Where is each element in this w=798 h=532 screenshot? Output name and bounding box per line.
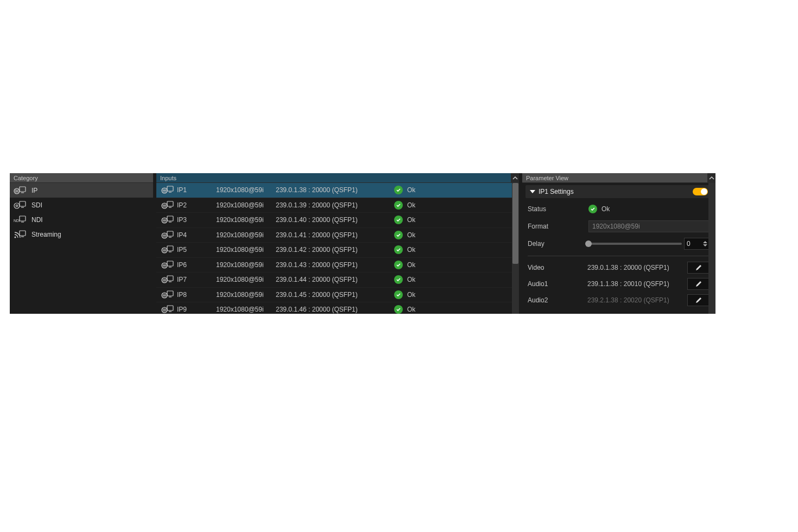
input-icon bbox=[160, 230, 175, 240]
svg-point-4 bbox=[16, 205, 17, 206]
section-toggle[interactable] bbox=[693, 188, 708, 195]
stream-edit-button[interactable] bbox=[687, 278, 710, 290]
input-status-text: Ok bbox=[407, 306, 415, 313]
input-name: IP4 bbox=[175, 231, 216, 239]
format-input[interactable]: 1920x1080@59i bbox=[588, 220, 710, 232]
input-row[interactable]: IP71920x1080@59i239.0.1.44 : 20000 (QSFP… bbox=[156, 273, 519, 288]
input-status-text: Ok bbox=[407, 261, 415, 269]
category-item-sdi[interactable]: SDI bbox=[10, 198, 153, 212]
param-scrollbar[interactable] bbox=[708, 183, 715, 314]
spinner-down-icon[interactable] bbox=[703, 244, 707, 246]
stream-label: Video bbox=[528, 264, 583, 271]
input-row[interactable]: IP81920x1080@59i239.0.1.45 : 20000 (QSFP… bbox=[156, 288, 519, 303]
inputs-scrollbar-thumb[interactable] bbox=[512, 183, 518, 264]
status-value-wrap: Ok bbox=[588, 205, 710, 213]
input-icon bbox=[160, 275, 175, 284]
ndi-icon: NDI bbox=[13, 215, 26, 225]
input-address: 239.0.1.43 : 20000 (QSFP1) bbox=[276, 261, 394, 269]
delay-slider-thumb[interactable] bbox=[585, 240, 592, 247]
category-header-title: Category bbox=[14, 175, 149, 181]
status-ok-icon bbox=[394, 216, 403, 224]
input-status-text: Ok bbox=[407, 216, 415, 224]
section-title: IP1 Settings bbox=[539, 188, 693, 195]
status-ok-icon bbox=[394, 261, 403, 269]
stream-label: Audio1 bbox=[528, 280, 583, 288]
streaming-icon bbox=[13, 230, 26, 239]
inputs-scrollbar[interactable] bbox=[512, 183, 519, 314]
stream-edit-button[interactable] bbox=[687, 262, 710, 274]
input-row[interactable]: IP41920x1080@59i239.0.1.41 : 20000 (QSFP… bbox=[156, 228, 519, 243]
input-row[interactable]: IP11920x1080@59i239.0.1.38 : 20000 (QSFP… bbox=[156, 183, 519, 198]
parameter-view-header: Parameter View bbox=[522, 173, 715, 183]
status-row: Status Ok bbox=[528, 202, 710, 216]
input-name: IP9 bbox=[175, 306, 216, 313]
input-name: IP2 bbox=[175, 201, 216, 209]
input-icon bbox=[160, 260, 175, 270]
input-row[interactable]: IP21920x1080@59i239.0.1.39 : 20000 (QSFP… bbox=[156, 198, 519, 213]
input-row[interactable]: IP91920x1080@59i239.0.1.46 : 20000 (QSFP… bbox=[156, 302, 519, 314]
category-item-ndi[interactable]: NDINDI bbox=[10, 212, 153, 227]
inputs-collapse-button[interactable] bbox=[511, 173, 519, 183]
delay-label: Delay bbox=[528, 240, 588, 248]
input-format: 1920x1080@59i bbox=[216, 306, 276, 313]
category-item-label: IP bbox=[31, 187, 37, 194]
status-ok-icon bbox=[394, 186, 403, 194]
input-status: Ok bbox=[394, 216, 415, 224]
delay-slider[interactable] bbox=[588, 243, 682, 245]
category-item-label: NDI bbox=[31, 216, 43, 224]
input-status-text: Ok bbox=[407, 276, 415, 283]
input-format: 1920x1080@59i bbox=[216, 216, 276, 224]
input-address: 239.0.1.39 : 20000 (QSFP1) bbox=[276, 201, 394, 209]
spinner-up-icon[interactable] bbox=[703, 241, 707, 243]
svg-rect-27 bbox=[167, 306, 173, 311]
category-item-label: SDI bbox=[31, 201, 42, 209]
input-status: Ok bbox=[394, 305, 415, 314]
stream-address: 239.0.1.38 : 20000 (QSFP1) bbox=[587, 264, 683, 271]
stream-address: 239.2.1.38 : 20020 (QSFP1) bbox=[587, 296, 683, 304]
parameter-collapse-button[interactable] bbox=[707, 173, 715, 183]
section-header[interactable]: IP1 Settings bbox=[525, 185, 712, 198]
status-ok-icon bbox=[394, 245, 403, 254]
delay-spinner[interactable]: 0 bbox=[684, 238, 710, 250]
input-name: IP5 bbox=[175, 246, 216, 254]
input-row[interactable]: IP31920x1080@59i239.0.1.40 : 20000 (QSFP… bbox=[156, 213, 519, 228]
status-value: Ok bbox=[601, 205, 610, 213]
input-name: IP3 bbox=[175, 216, 216, 224]
param-body: Status Ok Format 1920x1080@59i Delay bbox=[522, 200, 715, 252]
svg-rect-15 bbox=[167, 216, 173, 221]
svg-rect-17 bbox=[167, 231, 173, 236]
input-status: Ok bbox=[394, 275, 415, 284]
inputs-scroll: IP11920x1080@59i239.0.1.38 : 20000 (QSFP… bbox=[156, 183, 519, 314]
divider bbox=[528, 256, 710, 256]
input-row[interactable]: IP61920x1080@59i239.0.1.43 : 20000 (QSFP… bbox=[156, 258, 519, 273]
stream-row-audio1: Audio1239.1.1.38 : 20010 (QSFP1) bbox=[522, 276, 715, 292]
svg-rect-11 bbox=[167, 186, 173, 191]
stream-edit-button[interactable] bbox=[687, 294, 710, 306]
input-row[interactable]: IP51920x1080@59i239.0.1.42 : 20000 (QSFP… bbox=[156, 243, 519, 258]
input-address: 239.0.1.45 : 20000 (QSFP1) bbox=[276, 291, 394, 299]
svg-rect-13 bbox=[167, 201, 173, 206]
delay-value: 0 bbox=[687, 240, 691, 248]
status-ok-icon bbox=[588, 205, 597, 213]
input-address: 239.0.1.44 : 20000 (QSFP1) bbox=[276, 276, 394, 283]
input-status: Ok bbox=[394, 201, 415, 210]
input-address: 239.0.1.41 : 20000 (QSFP1) bbox=[276, 231, 394, 239]
input-status: Ok bbox=[394, 261, 415, 269]
category-item-streaming[interactable]: Streaming bbox=[10, 227, 153, 242]
svg-rect-19 bbox=[167, 246, 173, 251]
inputs-panel: Inputs IP11920x1080@59i239.0.1.38 : 2000… bbox=[156, 173, 519, 314]
input-icon bbox=[160, 185, 175, 195]
input-status-text: Ok bbox=[407, 201, 415, 209]
svg-rect-25 bbox=[167, 291, 173, 296]
stream-row-audio2: Audio2239.2.1.38 : 20020 (QSFP1) bbox=[522, 292, 715, 308]
input-address: 239.0.1.42 : 20000 (QSFP1) bbox=[276, 246, 394, 254]
globe-monitor-icon bbox=[13, 186, 26, 195]
stream-row-video: Video239.0.1.38 : 20000 (QSFP1) bbox=[522, 259, 715, 276]
input-status: Ok bbox=[394, 231, 415, 239]
sdi-icon bbox=[13, 200, 26, 210]
category-item-ip[interactable]: IP bbox=[10, 183, 153, 198]
input-status: Ok bbox=[394, 245, 415, 254]
status-ok-icon bbox=[394, 201, 403, 210]
input-status-text: Ok bbox=[407, 231, 415, 239]
input-address: 239.0.1.46 : 20000 (QSFP1) bbox=[276, 306, 394, 313]
